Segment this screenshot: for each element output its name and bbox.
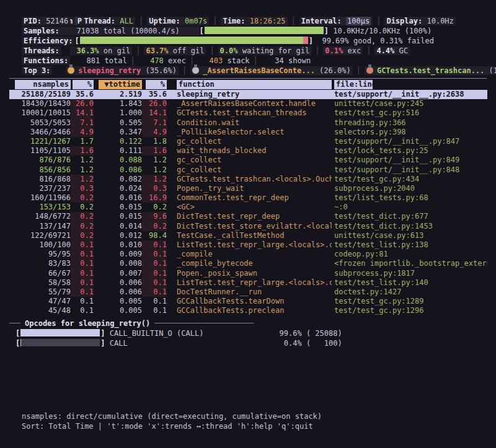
function-name-cell: DocTestRunner.__run <box>167 288 332 297</box>
table-row[interactable]: 153/153 0.2 0.015 0.2 <GC> ~:0 <box>9 203 487 212</box>
tottime-cell: 0.007 <box>94 269 142 278</box>
divider: │ <box>206 46 218 55</box>
cumulative-pct-cell: 1.2 <box>142 165 167 175</box>
table-row[interactable]: 137/147 0.2 0.014 0.2 DictTest.test_stor… <box>9 222 487 231</box>
table-row[interactable]: 1105/1105 1.6 0.111 1.6 wait_threads_blo… <box>9 146 487 156</box>
table-row[interactable]: 66/67 0.1 0.007 0.1 Popen._posix_spawn s… <box>9 269 487 278</box>
direct-pct-cell: 0.1 <box>71 288 94 297</box>
table-row[interactable]: 237/237 0.3 0.024 0.3 Popen._try_wait su… <box>9 184 487 193</box>
top2-pct: (26.0%) <box>319 66 351 75</box>
table-row[interactable]: 5053/5053 7.1 0.505 7.1 Condition.wait t… <box>9 118 487 128</box>
table-row[interactable]: 95/95 0.1 0.009 0.1 _compile codeop.py:8… <box>9 250 487 259</box>
cumulative-pct-cell: 4.9 <box>142 128 167 137</box>
nsamples-cell: 18430/18430 <box>9 99 71 108</box>
table-row[interactable]: 55/79 0.1 0.006 0.1 DocTestRunner.__run … <box>9 288 487 297</box>
pid-label: PID: <box>24 17 42 25</box>
file-line-cell: test/lock_tests.py:25 <box>332 146 487 156</box>
direct-pct-cell: 0.1 <box>71 269 94 278</box>
direct-pct-cell: 0.1 <box>71 250 94 259</box>
table-row[interactable]: 100/100 0.1 0.010 0.1 ListTest.test_repr… <box>9 240 487 250</box>
file-line-cell: test/support/__init__.py:2638 <box>332 90 487 99</box>
nsamples-cell: 876/876 <box>9 156 71 165</box>
tottime-cell: 0.088 <box>94 156 142 165</box>
thread-group[interactable]: Thread: ALL <box>82 17 136 25</box>
table-row[interactable]: 47/47 0.1 0.005 0.1 GCCallbackTests.tear… <box>9 297 487 306</box>
tottime-cell: 0.015 <box>94 212 142 221</box>
display-group: Display: 10.0Hz <box>384 17 455 25</box>
bar-open-bracket: [ <box>16 329 20 338</box>
table-row[interactable]: 876/876 1.2 0.088 1.2 gc_collect test/su… <box>9 156 487 165</box>
time-group: Time: 18:26:25 <box>221 17 287 25</box>
functions-total: 881 <box>70 56 100 66</box>
uptime-group: Uptime: 0m07s <box>147 17 209 25</box>
interval-group: Interval: 100µs <box>299 17 373 25</box>
waiting-gil-label: waiting for gil <box>242 46 309 55</box>
table-row[interactable]: 160/11966 0.2 0.016 16.9 CommonTest.test… <box>9 193 487 203</box>
file-line-cell: threading.py:366 <box>332 118 487 128</box>
bar-close-bracket: ] <box>100 329 105 338</box>
direct-pct-cell: 14.1 <box>71 108 94 118</box>
file-line-cell: test/support/__init__.py:848 <box>332 165 487 175</box>
display-value: 10.0Hz <box>427 17 453 25</box>
nsamples-cell: 10001/10015 <box>9 108 71 118</box>
bar-open-bracket: [ <box>74 37 79 45</box>
table-row[interactable]: 10001/10015 14.1 1.000 14.1 GCTests.test… <box>9 108 487 118</box>
nsamples-cell: 1105/1105 <box>9 146 71 156</box>
opcodes-title: Opcodes for sleeping_retry() <box>20 319 154 328</box>
table-row[interactable]: 1221/1267 1.7 0.122 1.8 gc_collect test/… <box>9 137 487 146</box>
table-row[interactable]: 856/856 1.2 0.086 1.2 gc_collect test/su… <box>9 165 487 175</box>
direct-pct-cell: 0.1 <box>71 259 94 268</box>
status-bar: PID: 52146│Thread: ALL│Uptime: 0m07s│Tim… <box>9 16 487 26</box>
tottime-cell: 0.016 <box>94 193 142 203</box>
column-header-direct-pct[interactable]: % <box>73 80 94 89</box>
divider: │ <box>135 17 147 25</box>
divider: │ <box>250 56 262 65</box>
divider: │ <box>373 17 384 25</box>
table-row[interactable]: 816/868 1.2 0.082 1.2 GCTests.test_trash… <box>9 175 487 184</box>
top3-pct: (14.1%) <box>489 66 496 75</box>
function-name-cell: <GC> <box>167 203 332 212</box>
column-header-cumulative-pct[interactable]: % <box>146 80 167 89</box>
column-header-nsamples[interactable]: nsamples <box>15 80 71 89</box>
footer-legend: nsamples: direct/cumulative (direct=exec… <box>22 411 322 421</box>
time-value: 18:26:25 <box>250 17 286 25</box>
cumulative-pct-cell: 0.1 <box>142 250 167 259</box>
efficiency-bar <box>80 37 308 44</box>
file-line-cell: test/test_gc.py:1296 <box>332 306 487 315</box>
tottime-cell: 0.111 <box>94 146 142 156</box>
interval-label: Interval: <box>301 17 342 25</box>
file-line-cell: selectors.py:398 <box>332 128 487 137</box>
function-name-cell: GCCallbackTests.preclean <box>167 306 332 315</box>
off-gil-label: off gil <box>173 46 205 55</box>
nsamples-cell: 3466/3466 <box>9 128 71 137</box>
function-name-cell: CommonTest.test_repr_deep <box>167 193 332 203</box>
table-row[interactable]: 45/48 0.1 0.005 0.1 GCCallbackTests.prec… <box>9 306 487 315</box>
efficiency-label: Efficiency: <box>22 37 74 45</box>
efficiency-bar-good-fill <box>80 37 304 44</box>
file-line-cell: test/test_list.py:138 <box>332 240 487 250</box>
nsamples-cell: 122/69721 <box>9 231 71 240</box>
function-name-cell: GCTests.test_trashcan_threads <box>167 108 332 118</box>
top1-name: sleeping_retry <box>78 66 141 75</box>
tottime-cell: 0.005 <box>94 306 142 315</box>
table-row[interactable]: 83/83 0.1 0.008 0.1 _compile_bytecode <f… <box>9 259 487 268</box>
table-row[interactable]: 18430/18430 26.0 1.843 26.0 _AssertRaise… <box>9 99 487 108</box>
tottime-cell: 1.843 <box>94 99 142 108</box>
table-row[interactable]: ▶ 25188/25189 35.6 2.519 35.6 sleeping_r… <box>9 90 487 99</box>
column-header-fileline[interactable]: file:line <box>334 80 373 89</box>
direct-pct-cell: 4.9 <box>71 128 94 137</box>
table-row[interactable]: 58/58 0.1 0.006 0.1 ListTest.test_repr_l… <box>9 278 487 288</box>
column-header-tottime-sorted[interactable]: ▼tottime <box>99 80 142 89</box>
table-row[interactable]: 3466/3466 4.9 0.347 4.9 _PollLikeSelecto… <box>9 128 487 137</box>
cumulative-pct-cell: 0.1 <box>142 269 167 278</box>
tottime-cell: 0.005 <box>94 297 142 306</box>
cumulative-pct-cell: 0.1 <box>142 297 167 306</box>
nsamples-cell: 83/83 <box>9 259 71 268</box>
direct-pct-cell: 0.1 <box>71 297 94 306</box>
function-name-cell: _compile <box>167 250 332 259</box>
table-row[interactable]: 148/6772 0.2 0.015 9.6 DictTest.test_rep… <box>9 212 487 221</box>
column-header-function[interactable]: function <box>177 80 332 89</box>
table-row[interactable]: 122/69721 0.2 0.012 98.4 TestCase._callT… <box>9 231 487 240</box>
functions-total-label: total <box>104 56 126 65</box>
function-name-cell: gc_collect <box>167 156 332 165</box>
